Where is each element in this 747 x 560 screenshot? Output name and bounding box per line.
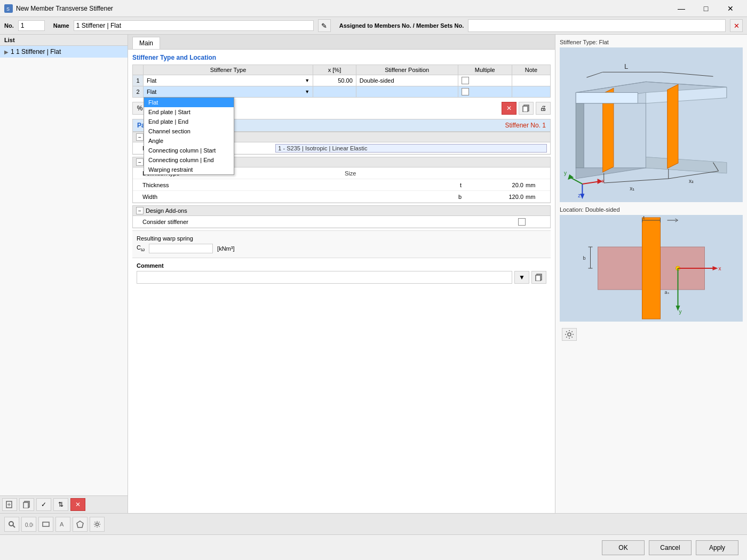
left-panel: List ▶ 1 1 Stiffener | Flat ✓ ⇅ ✕: [0, 35, 128, 513]
list-header: List: [0, 35, 128, 46]
copy-row-button[interactable]: [519, 102, 534, 115]
dimension-collapse[interactable]: −: [136, 158, 144, 166]
svg-line-70: [13, 525, 15, 527]
close-button[interactable]: ✕: [718, 0, 743, 17]
dropdown-option-endplate-start[interactable]: End plate | Start: [144, 107, 234, 117]
maximize-button[interactable]: □: [694, 0, 718, 17]
svg-text:0.00: 0.00: [25, 522, 33, 528]
dropdown-option-col-start[interactable]: Connecting column | Start: [144, 146, 234, 155]
svg-text:x₂: x₂: [689, 178, 694, 184]
svg-point-75: [96, 523, 99, 525]
svg-rect-6: [23, 502, 28, 508]
content-area: Stiffener Type and Location Stiffener Ty…: [128, 50, 555, 513]
svg-point-69: [9, 522, 13, 526]
check-button[interactable]: ✓: [36, 498, 51, 511]
warp-input[interactable]: [149, 244, 213, 253]
warp-label: Resulting warp spring: [137, 235, 546, 242]
window-controls: — □ ✕: [669, 0, 743, 17]
dropdown-option-angle[interactable]: Angle: [144, 136, 234, 146]
svg-text:S: S: [6, 6, 10, 12]
print-button[interactable]: 🖨: [536, 102, 551, 115]
comment-dropdown-button[interactable]: ▼: [514, 271, 529, 284]
assigned-clear-button[interactable]: ✕: [730, 19, 743, 32]
multiple-checkbox[interactable]: [462, 77, 469, 84]
list-item-icon: ▶: [4, 49, 9, 55]
svg-text:x: x: [602, 178, 605, 184]
minimize-button[interactable]: —: [669, 0, 694, 17]
multiple-checkbox-2[interactable]: [462, 88, 469, 95]
dropdown-option-flat[interactable]: Flat: [144, 98, 234, 107]
col-header-note: Note: [512, 65, 550, 75]
consider-stiffener-checkbox[interactable]: [518, 218, 526, 226]
design-addons-label: Design Add-ons: [146, 207, 187, 214]
new-button[interactable]: [2, 498, 17, 511]
type-cell[interactable]: Flat ▼: [144, 75, 313, 86]
comment-copy-button[interactable]: [531, 271, 546, 284]
position-cell[interactable]: Double-sided: [356, 75, 458, 86]
copy-button[interactable]: [19, 498, 34, 511]
svg-point-68: [568, 333, 571, 336]
location-label: Location: Double-sided: [560, 206, 743, 213]
sort-button[interactable]: ⇅: [53, 498, 68, 511]
multiple-cell-2[interactable]: [458, 86, 512, 98]
delete-row-button[interactable]: ✕: [502, 102, 516, 115]
material-name-value: 1 - S235 | Isotropic | Linear Elastic: [275, 144, 547, 153]
app-icon: S: [4, 4, 13, 13]
coordinates-button[interactable]: 0.00: [21, 517, 36, 532]
label-button[interactable]: A: [55, 517, 70, 532]
left-panel-toolbar: ✓ ⇅ ✕: [0, 495, 128, 513]
list-item[interactable]: ▶ 1 1 Stiffener | Flat: [0, 46, 128, 58]
cancel-button[interactable]: Cancel: [649, 540, 692, 555]
preview-3d-svg: L x₁ x₂: [560, 47, 743, 202]
x-cell-2[interactable]: [313, 86, 356, 98]
rectangle-button[interactable]: [38, 517, 53, 532]
width-label: Width: [136, 194, 302, 200]
dropdown-option-warp[interactable]: Warping restraint: [144, 165, 234, 174]
thickness-row: Thickness t 20.0 mm: [133, 179, 550, 191]
svg-text:y: y: [679, 309, 682, 315]
dropdown-option-endplate-end[interactable]: End plate | End: [144, 117, 234, 126]
name-edit-button[interactable]: ✎: [318, 19, 331, 32]
center-panel: Main Stiffener Type and Location Stiffen…: [128, 35, 555, 513]
consider-stiffener-label: Consider stiffener: [136, 219, 330, 225]
note-cell-2[interactable]: [512, 86, 550, 98]
name-input[interactable]: [74, 20, 314, 31]
svg-rect-48: [642, 218, 661, 319]
position-cell-2[interactable]: [356, 86, 458, 98]
map-button[interactable]: [73, 517, 88, 532]
svg-text:x: x: [719, 266, 721, 271]
dropdown-option-col-end[interactable]: Connecting column | End: [144, 155, 234, 165]
tab-main[interactable]: Main: [132, 37, 160, 49]
svg-rect-11: [523, 106, 528, 112]
window-title: New Member Transverse Stiffener: [16, 5, 113, 12]
right-settings-button[interactable]: [562, 328, 577, 341]
name-field: Name ✎: [53, 19, 331, 32]
multiple-cell[interactable]: [458, 75, 512, 86]
svg-marker-23: [667, 84, 678, 168]
consider-stiffener-row: Consider stiffener: [133, 216, 550, 228]
assigned-input[interactable]: [468, 19, 726, 32]
no-input[interactable]: [18, 20, 45, 31]
col-header-x: x [%]: [313, 65, 356, 75]
x-cell[interactable]: 50.00: [313, 75, 356, 86]
material-collapse[interactable]: −: [136, 133, 144, 141]
search-icon-button[interactable]: [4, 517, 19, 532]
stiffener-type-dropdown[interactable]: Flat End plate | Start End plate | End C…: [144, 97, 234, 175]
dropdown-option-channel[interactable]: Channel section: [144, 126, 234, 136]
apply-button[interactable]: Apply: [696, 540, 738, 555]
ok-button[interactable]: OK: [602, 540, 645, 555]
comment-input[interactable]: [137, 271, 512, 284]
delete-button[interactable]: ✕: [70, 498, 85, 511]
svg-text:z: z: [578, 193, 581, 198]
row-number: 1: [133, 75, 144, 86]
type-cell-2[interactable]: Flat ▼ Flat End plate | Start End plate …: [144, 86, 313, 98]
comment-section: Comment ▼: [132, 258, 551, 288]
settings-button[interactable]: [90, 517, 105, 532]
col-header-no: [133, 65, 144, 75]
thickness-value: 20.0: [483, 182, 526, 188]
design-addons-collapse[interactable]: −: [136, 207, 144, 214]
stiffener-table: Stiffener Type x [%] Stiffener Position …: [132, 65, 551, 98]
note-cell[interactable]: [512, 75, 550, 86]
right-panel: Stiffener Type: Flat: [555, 35, 747, 513]
name-label: Name: [53, 22, 69, 29]
